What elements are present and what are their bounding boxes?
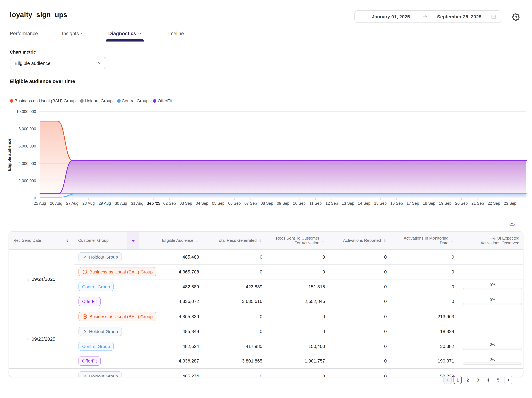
- date-range-picker[interactable]: January 01, 2025 September 25, 2025: [355, 10, 501, 23]
- chart-metric-select[interactable]: Eligible audience: [10, 57, 106, 69]
- sort-arrow-icon[interactable]: [450, 238, 454, 242]
- total-recs-generated-value: 0: [203, 369, 267, 377]
- recs-sent-for-activation-value: 150,400: [267, 339, 329, 354]
- recs-sent-for-activation-value: 1,901,757: [267, 354, 329, 369]
- table-row: OfferFit4,336,0723,635,6162,652,846000%: [9, 294, 523, 309]
- tab-performance[interactable]: Performance: [10, 31, 38, 36]
- legend-label: OfferFit: [158, 98, 172, 103]
- svg-text:03 Sep: 03 Sep: [180, 201, 192, 205]
- eligible-audience-value: 4,336,287: [143, 354, 203, 369]
- customer-group-cell: Control Group: [74, 279, 143, 294]
- legend-item[interactable]: Holdout Group: [80, 98, 113, 103]
- column-label: Customer Group: [78, 238, 108, 243]
- pagination-prev-button[interactable]: [443, 376, 452, 384]
- download-button[interactable]: [507, 219, 517, 229]
- page-title: loyalty_sign_ups: [10, 11, 67, 19]
- total-recs-generated-value: 417,985: [203, 339, 267, 354]
- pagination-next-button[interactable]: [504, 376, 512, 384]
- total-recs-generated-value: 3,635,616: [203, 294, 267, 309]
- column-header-eligible-audience[interactable]: Eligible Audience: [143, 232, 203, 249]
- group-badge-holdout: Holdout Group: [78, 327, 122, 336]
- play-icon: [82, 329, 87, 334]
- pagination-page-3[interactable]: 3: [474, 376, 482, 384]
- chart-title: Eligible audience over time: [10, 78, 75, 84]
- row-handle-icon: [27, 279, 29, 281]
- tab-diagnostics[interactable]: Diagnostics: [108, 31, 141, 36]
- pct-expected-activations-value: 0%: [490, 343, 495, 346]
- customer-group-cell: OfferFit: [74, 354, 143, 369]
- pct-expected-activations-value: 0%: [490, 358, 495, 361]
- legend-dot-icon: [117, 99, 120, 103]
- activations-in-monitoring-data-value: 190,371: [391, 354, 459, 369]
- activations-in-monitoring-data-value: 0: [391, 294, 459, 309]
- column-label: Activations In Monitoring Data: [401, 236, 449, 245]
- total-recs-generated-value: 0: [203, 309, 267, 324]
- svg-text:10,000,000: 10,000,000: [16, 109, 36, 114]
- activations-in-monitoring-data-value: 18,329: [391, 324, 459, 339]
- settings-button[interactable]: [511, 13, 520, 21]
- svg-text:22 Sep: 22 Sep: [488, 201, 500, 205]
- tab-timeline[interactable]: Timeline: [165, 31, 184, 36]
- activations-reported-value: 0: [329, 369, 391, 377]
- group-badge-label: OfferFit: [82, 359, 97, 364]
- pct-expected-activations-cell: [459, 249, 523, 264]
- column-header-total-recs-generated[interactable]: Total Recs Generated: [203, 232, 267, 249]
- table-row: Business as Usual (BAU) Group4,365,70800…: [9, 264, 523, 279]
- pct-expected-activations-value: 0%: [490, 283, 495, 287]
- group-badge-label: Control Group: [82, 344, 110, 349]
- legend-item[interactable]: Control Group: [117, 98, 149, 103]
- svg-text:26 Aug: 26 Aug: [50, 201, 62, 205]
- column-header-recs-sent-to-customer-for-activation[interactable]: Recs Sent To Customer For Activation: [267, 232, 329, 249]
- customer-group-cell: Holdout Group: [74, 369, 143, 377]
- legend-dot-icon: [10, 99, 13, 103]
- column-header-of-expected-activations-observed[interactable]: % Of Expected Activations Observed: [459, 232, 523, 249]
- activations-reported-value: 0: [329, 354, 391, 369]
- pagination-page-2[interactable]: 2: [464, 376, 472, 384]
- tab-insights[interactable]: Insights: [62, 31, 84, 36]
- column-header-customer-group[interactable]: Customer Group: [74, 232, 143, 249]
- column-header-rec-send-date[interactable]: Rec Send Date: [9, 232, 74, 249]
- pct-expected-activations-cell: 0%: [459, 354, 523, 369]
- column-header-activations-in-monitoring-data[interactable]: Activations In Monitoring Data: [391, 232, 459, 249]
- pagination-page-1[interactable]: 1: [454, 376, 462, 384]
- svg-text:0: 0: [34, 196, 36, 200]
- date-range-start[interactable]: January 01, 2025: [359, 14, 423, 19]
- sort-arrow-icon[interactable]: [321, 238, 325, 242]
- group-badge-label: Control Group: [82, 284, 110, 289]
- legend-item[interactable]: Business as Usual (BAU) Group: [10, 98, 76, 103]
- chevron-down-icon: [80, 32, 84, 35]
- rec-send-date-cell: 09/23/2025: [9, 309, 74, 369]
- filter-icon[interactable]: [127, 232, 139, 249]
- chevron-down-icon: [97, 61, 102, 65]
- svg-text:05 Sep: 05 Sep: [212, 201, 225, 205]
- activations-reported-value: 0: [329, 279, 391, 294]
- table-row: OfferFit4,336,2873,801,8651,901,7570190,…: [9, 354, 523, 369]
- recs-sent-for-activation-value: 0: [267, 264, 329, 279]
- pct-expected-activations-value: 0%: [490, 298, 495, 302]
- pct-expected-activations-cell: 0%: [459, 279, 523, 294]
- legend-item[interactable]: OfferFit: [153, 98, 172, 103]
- pct-expected-activations-cell: 0%: [459, 339, 523, 354]
- date-range-end[interactable]: September 25, 2025: [428, 14, 491, 19]
- column-header-activations-reported[interactable]: Activations Reported: [329, 232, 391, 249]
- sort-arrow-icon[interactable]: [65, 238, 69, 242]
- table-row: 09/23/2025Business as Usual (BAU) Group4…: [9, 309, 523, 324]
- pagination-page-5[interactable]: 5: [494, 376, 502, 384]
- svg-text:20 Sep: 20 Sep: [455, 201, 468, 205]
- chart-legend: Business as Usual (BAU) GroupHoldout Gro…: [10, 98, 172, 103]
- activations-reported-value: 0: [329, 339, 391, 354]
- minus-circle-icon: [82, 269, 87, 274]
- svg-text:Sep '25: Sep '25: [146, 201, 160, 205]
- sort-arrow-icon[interactable]: [258, 238, 262, 242]
- legend-label: Control Group: [122, 98, 149, 103]
- sort-arrow-icon[interactable]: [383, 238, 387, 242]
- pagination-page-4[interactable]: 4: [484, 376, 492, 384]
- activations-in-monitoring-data-value: 213,963: [391, 309, 459, 324]
- row-handle-icon: [27, 338, 29, 340]
- legend-label: Holdout Group: [85, 98, 113, 103]
- recs-sent-for-activation-value: 151,815: [267, 279, 329, 294]
- svg-text:2,000,000: 2,000,000: [19, 179, 36, 183]
- pagination: 12345: [443, 376, 512, 384]
- sort-arrow-icon[interactable]: [195, 238, 199, 242]
- activations-in-monitoring-data-value: 0: [391, 279, 459, 294]
